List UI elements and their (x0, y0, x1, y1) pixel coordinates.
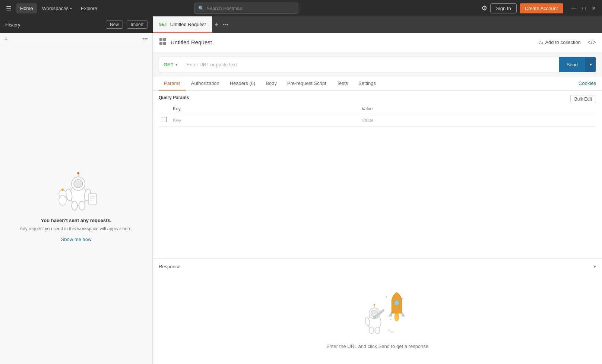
svg-rect-19 (163, 42, 166, 45)
params-table: Key Value Key Value (159, 104, 596, 127)
minimize-button[interactable]: — (570, 4, 578, 12)
method-label: GET (164, 62, 174, 67)
svg-point-31 (395, 316, 398, 322)
chevron-down-icon: ▾ (593, 263, 596, 269)
sidebar-header: History New Import (0, 16, 153, 33)
grid-icon (159, 37, 167, 45)
svg-point-33 (390, 319, 391, 320)
nav-explore[interactable]: Explore (77, 3, 101, 13)
send-dropdown-button[interactable]: ▾ (585, 57, 596, 72)
empty-title: You haven't sent any requests. (41, 218, 112, 223)
tab-authorization[interactable]: Authorization (186, 77, 225, 91)
create-account-button[interactable]: Create Account (520, 3, 563, 13)
svg-point-2 (74, 180, 83, 188)
send-button-group: Send ▾ (559, 57, 596, 72)
tab-tests[interactable]: Tests (332, 77, 353, 91)
query-params-title: Query Params (159, 95, 596, 100)
response-header[interactable]: Response ▾ (153, 259, 602, 274)
tabs-area: GET Untitled Request + ••• (153, 16, 602, 33)
tabs-more-button[interactable]: ••• (221, 16, 230, 33)
tab-name: Untitled Request (170, 22, 206, 27)
key-header: Key (170, 104, 359, 114)
response-title: Response (159, 264, 593, 269)
response-empty-state: Enter the URL and click Send to get a re… (153, 274, 602, 364)
code-icon[interactable]: </> (587, 39, 596, 46)
tab-settings[interactable]: Settings (353, 77, 381, 91)
response-empty-text: Enter the URL and click Send to get a re… (326, 344, 428, 349)
svg-point-14 (59, 196, 66, 205)
empty-desc: Any request you send in this workspace w… (20, 225, 133, 232)
show-me-how-link[interactable]: Show me how (61, 237, 92, 242)
svg-point-8 (79, 201, 85, 210)
tab-headers[interactable]: Headers (6) (225, 77, 261, 91)
value-header: Value (359, 104, 596, 114)
sidebar-more-icon[interactable]: ••• (142, 36, 148, 42)
sidebar-empty-state: You haven't sent any requests. Any reque… (0, 45, 152, 364)
sidebar-toolbar: ≡ ••• (0, 33, 152, 45)
main-layout: ≡ ••• (0, 33, 602, 364)
svg-rect-16 (159, 38, 162, 41)
svg-rect-18 (159, 42, 162, 45)
request-title: Untitled Request (171, 39, 534, 45)
svg-point-28 (375, 327, 380, 334)
search-icon: 🔍 (198, 6, 204, 11)
cookies-link[interactable]: Cookies (579, 80, 596, 86)
window-controls: — □ ✕ (570, 4, 598, 12)
active-tab[interactable]: GET Untitled Request (153, 16, 212, 33)
close-button[interactable]: ✕ (590, 4, 598, 12)
method-select[interactable]: GET ▾ (159, 57, 182, 72)
new-tab-button[interactable]: + (212, 16, 221, 33)
titlebar-right: ⚙ Sign In Create Account (481, 3, 563, 13)
tab-body[interactable]: Body (260, 77, 282, 91)
nav-workspaces[interactable]: Workspaces ▾ (38, 3, 76, 13)
sidebar: ≡ ••• (0, 33, 153, 364)
svg-point-15 (61, 189, 64, 191)
save-icon: 🗂 (538, 39, 543, 45)
bulk-edit-button[interactable]: Bulk Edit (570, 95, 596, 103)
params-section: Bulk Edit Query Params Key Value Key Val… (153, 91, 602, 259)
table-row: Key Value (159, 114, 596, 127)
key-input[interactable]: Key (173, 117, 181, 123)
checkbox-header (159, 104, 170, 114)
row-checkbox[interactable] (162, 117, 167, 122)
import-button[interactable]: Import (127, 20, 148, 29)
titlebar: ☰ Home Workspaces ▾ Explore 🔍 ⚙ Sign In … (0, 0, 602, 16)
new-button[interactable]: New (106, 20, 123, 29)
method-dropdown-icon: ▾ (175, 63, 177, 67)
nav-home[interactable]: Home (16, 3, 37, 13)
add-to-collection-button[interactable]: 🗂 Add to collection (534, 38, 584, 47)
request-header: Untitled Request 🗂 Add to collection </> (153, 33, 602, 52)
maximize-button[interactable]: □ (581, 4, 587, 12)
rocket-astronaut-illustration (348, 289, 407, 338)
svg-rect-17 (163, 38, 166, 41)
tab-method: GET (159, 22, 167, 26)
astronaut-illustration (52, 167, 101, 212)
tab-params[interactable]: Params (159, 77, 186, 91)
nav-bar: Home Workspaces ▾ Explore (16, 3, 101, 13)
svg-point-34 (402, 298, 403, 299)
svg-rect-9 (88, 194, 96, 204)
filter-icon[interactable]: ≡ (4, 36, 7, 42)
value-input[interactable]: Value (362, 117, 374, 123)
history-label: History (5, 22, 102, 28)
signin-button[interactable]: Sign In (490, 3, 516, 13)
request-tabs: Params Authorization Headers (6) Body Pr… (153, 77, 602, 91)
svg-point-29 (395, 301, 399, 306)
url-bar: GET ▾ Send ▾ (159, 57, 596, 72)
hamburger-icon[interactable]: ☰ (4, 3, 13, 13)
svg-point-24 (374, 304, 376, 306)
search-input[interactable] (206, 6, 294, 11)
chevron-down-icon: ▾ (70, 6, 72, 10)
svg-point-27 (369, 327, 374, 334)
request-area: Untitled Request 🗂 Add to collection </>… (153, 33, 602, 364)
send-button[interactable]: Send (559, 57, 585, 72)
settings-icon[interactable]: ⚙ (481, 4, 487, 12)
search-bar[interactable]: 🔍 (194, 3, 298, 14)
tab-bar: History New Import GET Untitled Request … (0, 16, 602, 33)
svg-point-32 (386, 296, 387, 298)
svg-point-7 (72, 201, 77, 210)
response-area: Response ▾ (153, 259, 602, 364)
url-input[interactable] (182, 57, 559, 72)
tab-pre-request-script[interactable]: Pre-request Script (282, 77, 332, 91)
svg-point-4 (77, 172, 79, 174)
